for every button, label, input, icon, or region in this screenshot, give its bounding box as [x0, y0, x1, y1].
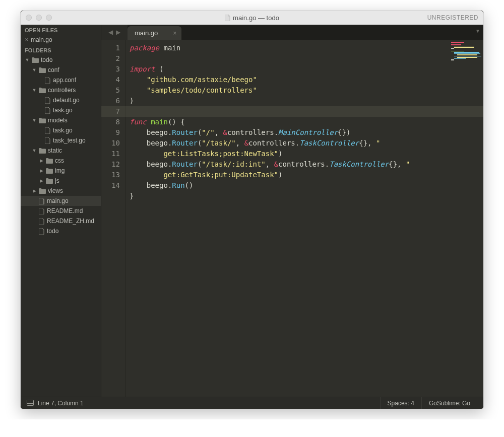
close-file-icon[interactable]: ×	[24, 36, 30, 43]
folder-icon	[46, 167, 53, 174]
folder-row-conf[interactable]: ▼ conf	[21, 65, 101, 75]
folder-row-views[interactable]: ▶ views	[21, 186, 101, 196]
file-icon	[38, 207, 45, 214]
line-number-gutter: 1 2 3 4 5 6 7 8 9 10 11 12 13 14	[101, 40, 125, 397]
file-label: default.go	[53, 97, 80, 104]
folder-icon	[39, 187, 46, 194]
syntax-setting[interactable]: GoSublime: Go	[421, 397, 477, 409]
file-icon	[44, 107, 51, 114]
folder-row[interactable]: ▶ css	[21, 156, 101, 166]
disclosure-right-icon: ▶	[31, 188, 38, 193]
file-label: main.go	[47, 197, 69, 204]
folder-row[interactable]: ▶ js	[21, 176, 101, 186]
folder-label: conf	[48, 66, 59, 74]
folder-icon	[46, 177, 53, 184]
file-label: README_ZH.md	[47, 217, 94, 225]
status-bar: Line 7, Column 1 Spaces: 4 GoSublime: Go	[21, 397, 483, 409]
folders-header: FOLDERS	[21, 45, 101, 55]
folder-row-root[interactable]: ▼ todo	[21, 55, 101, 65]
panel-toggle-icon[interactable]	[27, 400, 34, 407]
tabs-dropdown-icon[interactable]: ▼	[475, 28, 480, 34]
folder-label: js	[55, 177, 59, 184]
titlebar: main.go — todo UNREGISTERED	[21, 11, 483, 25]
folder-icon	[39, 66, 46, 74]
disclosure-down-icon: ▼	[31, 67, 38, 72]
window-body: OPEN FILES × main.go FOLDERS ▼ todo ▼ co…	[21, 25, 483, 397]
folder-row-controllers[interactable]: ▼ controllers	[21, 85, 101, 95]
file-label: task.go	[53, 127, 73, 134]
disclosure-down-icon: ▼	[24, 57, 31, 62]
tab-label: main.go	[135, 29, 158, 37]
nav-forward-icon[interactable]: ▶	[116, 29, 120, 36]
file-label: README.md	[47, 207, 83, 214]
file-icon	[225, 15, 230, 21]
file-icon	[38, 217, 45, 225]
file-row[interactable]: todo	[21, 226, 101, 236]
folder-row-models[interactable]: ▼ models	[21, 115, 101, 125]
minimap[interactable]	[451, 42, 481, 82]
folder-label: img	[55, 167, 65, 174]
code-content[interactable]: package main import ( "github.com/astaxi…	[125, 40, 483, 397]
file-row[interactable]: task_test.go	[21, 135, 101, 145]
tab-nav: ◀ ▶	[101, 25, 128, 40]
editor-area[interactable]: 1 2 3 4 5 6 7 8 9 10 11 12 13 14 package…	[101, 40, 483, 397]
file-icon	[38, 197, 45, 204]
file-row[interactable]: task.go	[21, 125, 101, 135]
file-row[interactable]: README_ZH.md	[21, 216, 101, 226]
indent-setting[interactable]: Spaces: 4	[380, 397, 421, 409]
file-row-main[interactable]: main.go	[21, 196, 101, 206]
disclosure-down-icon: ▼	[31, 118, 38, 123]
folder-icon	[46, 157, 53, 164]
cursor-position[interactable]: Line 7, Column 1	[38, 400, 84, 407]
file-label: task_test.go	[53, 137, 86, 144]
svg-rect-0	[27, 400, 34, 405]
tab-main-go[interactable]: main.go ×	[128, 26, 181, 40]
file-label: task.go	[53, 107, 73, 114]
close-tab-icon[interactable]: ×	[173, 30, 176, 37]
folder-label: css	[55, 157, 64, 164]
disclosure-right-icon: ▶	[38, 178, 45, 183]
file-row[interactable]: README.md	[21, 206, 101, 216]
folder-label: todo	[41, 56, 52, 63]
file-icon	[44, 97, 51, 104]
disclosure-right-icon: ▶	[38, 158, 45, 163]
window-title: main.go — todo	[21, 14, 483, 22]
file-label: app.conf	[53, 77, 76, 84]
folder-row[interactable]: ▶ img	[21, 166, 101, 176]
disclosure-down-icon: ▼	[31, 148, 38, 153]
folder-label: views	[48, 187, 63, 194]
disclosure-down-icon: ▼	[31, 88, 38, 93]
open-file-label: main.go	[31, 36, 52, 43]
file-row[interactable]: default.go	[21, 95, 101, 105]
folder-label: controllers	[48, 87, 76, 94]
folder-icon	[39, 87, 46, 94]
file-icon	[44, 127, 51, 134]
folder-label: static	[48, 147, 62, 154]
folder-icon	[32, 56, 39, 63]
folder-icon	[39, 147, 46, 154]
folder-row-static[interactable]: ▼ static	[21, 145, 101, 156]
disclosure-right-icon: ▶	[38, 168, 45, 173]
file-icon	[38, 228, 45, 235]
file-row[interactable]: app.conf	[21, 75, 101, 85]
file-label: todo	[47, 228, 58, 235]
file-icon	[44, 77, 51, 84]
nav-back-icon[interactable]: ◀	[108, 29, 113, 36]
sidebar: OPEN FILES × main.go FOLDERS ▼ todo ▼ co…	[21, 25, 101, 397]
tab-bar: ◀ ▶ main.go × ▼	[101, 25, 483, 40]
folder-label: models	[48, 117, 68, 124]
open-files-header: OPEN FILES	[21, 25, 101, 35]
open-file-item[interactable]: × main.go	[21, 35, 101, 45]
editor-window: main.go — todo UNREGISTERED OPEN FILES ×…	[20, 10, 484, 409]
editor-column: ◀ ▶ main.go × ▼ 1 2 3 4 5 6 7 8 9 10 11 …	[101, 25, 483, 397]
file-icon	[44, 137, 51, 144]
folder-icon	[39, 117, 46, 124]
file-row[interactable]: task.go	[21, 105, 101, 115]
